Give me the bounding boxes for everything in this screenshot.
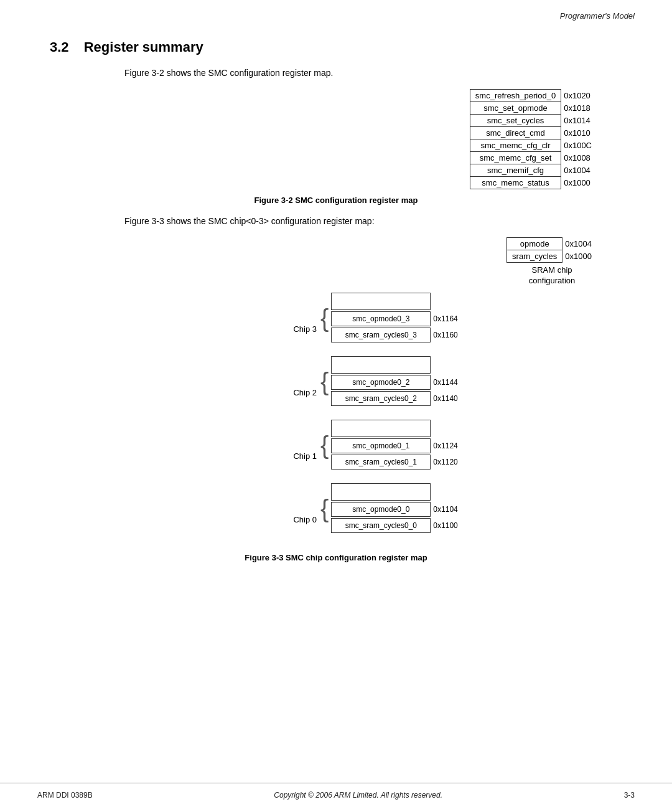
chip-register-row: smc_opmode0_00x1104 (331, 502, 457, 517)
register-name: smc_memc_status (470, 177, 561, 189)
chip-register-row: smc_sram_cycles0_00x1100 (331, 518, 457, 533)
table-row: smc_refresh_period_00x1020 (470, 90, 597, 102)
chip-register-addr: 0x1144 (431, 378, 457, 387)
chip-register-addr: 0x1160 (431, 331, 457, 339)
chip-register-name: smc_opmode0_1 (331, 438, 431, 453)
chip-register-addr: 0x1104 (431, 505, 457, 514)
chip-empty-row (331, 356, 457, 374)
chip-brace: { (320, 293, 329, 344)
chip-register-row: smc_sram_cycles0_10x1120 (331, 455, 457, 470)
table-row: opmode0x1004 (507, 238, 597, 250)
footer-right: 3-3 (624, 791, 635, 800)
chip-register-name: smc_sram_cycles0_3 (331, 328, 431, 342)
register-addr: 0x1000 (561, 177, 597, 189)
chip-register-row: smc_sram_cycles0_30x1160 (331, 328, 457, 342)
chip-register-addr: 0x1124 (431, 441, 457, 450)
register-addr: 0x1018 (561, 102, 597, 115)
chip-label: Chip 1 (286, 451, 320, 461)
register-name: smc_set_cycles (470, 115, 561, 127)
table-row: smc_direct_cmd0x1010 (470, 127, 597, 139)
register-addr: 0x1008 (561, 152, 597, 164)
chip-brace: { (320, 420, 329, 471)
chip-empty-cell (331, 293, 431, 310)
chip-empty-row (331, 420, 457, 437)
sram-reg-addr: 0x1004 (562, 238, 597, 250)
table-row: smc_memc_status0x1000 (470, 177, 597, 189)
footer-left: ARM DDI 0389B (37, 791, 93, 800)
chip-register-name: smc_sram_cycles0_2 (331, 391, 431, 406)
register-addr: 0x1010 (561, 127, 597, 139)
register-addr: 0x100C (561, 139, 597, 152)
fig2-caption: Figure 3-2 SMC configuration register ma… (50, 196, 622, 205)
chip-empty-cell (331, 420, 431, 437)
chip-rows: smc_opmode0_00x1104smc_sram_cycles0_00x1… (331, 483, 457, 534)
fig3-caption: Figure 3-3 SMC chip configuration regist… (50, 553, 622, 562)
section-number: 3.2 (50, 39, 69, 55)
chip-group: Chip 1{smc_opmode0_10x1124smc_sram_cycle… (286, 420, 458, 471)
footer-center: Copyright © 2006 ARM Limited. All rights… (274, 791, 442, 800)
chip-group: Chip 2{smc_opmode0_20x1144smc_sram_cycle… (286, 356, 458, 407)
fig2-register-map: smc_refresh_period_00x1020smc_set_opmode… (50, 89, 622, 189)
chip-register-name: smc_sram_cycles0_0 (331, 518, 431, 533)
fig2-intro: Figure 3-2 shows the SMC configuration r… (50, 68, 622, 78)
register-name: smc_memc_cfg_set (470, 152, 561, 164)
register-name: smc_refresh_period_0 (470, 90, 561, 102)
sram-reg-name: sram_cycles (507, 250, 562, 263)
table-row: smc_memc_cfg_set0x1008 (470, 152, 597, 164)
chip-label: Chip 0 (286, 515, 320, 524)
register-name: smc_set_opmode (470, 102, 561, 115)
fig3-sram-wrapper: opmode0x1004sram_cycles0x1000 SRAM chip … (506, 237, 597, 286)
chip-rows: smc_opmode0_30x1164smc_sram_cycles0_30x1… (331, 293, 457, 344)
chip-empty-cell (331, 483, 431, 501)
register-addr: 0x1020 (561, 90, 597, 102)
main-content: 3.2 Register summary Figure 3-2 shows th… (0, 27, 672, 783)
chip-register-addr: 0x1140 (431, 394, 457, 403)
header-text: Programmer's Model (560, 11, 635, 21)
chip-group: Chip 3{smc_opmode0_30x1164smc_sram_cycle… (286, 293, 458, 344)
chip-rows: smc_opmode0_20x1144smc_sram_cycles0_20x1… (331, 356, 457, 407)
register-addr: 0x1014 (561, 115, 597, 127)
chip-label: Chip 3 (286, 324, 320, 334)
fig3-sram-table: opmode0x1004sram_cycles0x1000 (506, 237, 597, 263)
sram-reg-name: opmode (507, 238, 562, 250)
register-addr: 0x1004 (561, 164, 597, 177)
table-row: smc_set_cycles0x1014 (470, 115, 597, 127)
chip-register-name: smc_opmode0_3 (331, 311, 431, 326)
register-name: smc_memif_cfg (470, 164, 561, 177)
chip-register-addr: 0x1164 (431, 314, 457, 323)
chip-brace: { (320, 483, 329, 534)
chip-group: Chip 0{smc_opmode0_00x1104smc_sram_cycle… (286, 483, 458, 534)
chip-register-name: smc_sram_cycles0_1 (331, 455, 431, 470)
table-row: sram_cycles0x1000 (507, 250, 597, 263)
page-header: Programmer's Model (0, 0, 672, 27)
section-title: 3.2 Register summary (50, 39, 622, 55)
chip-label: Chip 2 (286, 388, 320, 397)
fig2-table-wrapper: smc_refresh_period_00x1020smc_set_opmode… (470, 89, 597, 189)
page-footer: ARM DDI 0389B Copyright © 2006 ARM Limit… (0, 783, 672, 807)
chip-register-row: smc_opmode0_20x1144 (331, 375, 457, 390)
chip-empty-cell (331, 356, 431, 374)
chip-register-row: smc_sram_cycles0_20x1140 (331, 391, 457, 406)
chip-rows: smc_opmode0_10x1124smc_sram_cycles0_10x1… (331, 420, 457, 471)
fig3-intro: Figure 3-3 shows the SMC chip<0-3> confi… (50, 216, 622, 226)
chip-diagram: Chip 3{smc_opmode0_30x1164smc_sram_cycle… (286, 293, 597, 547)
fig3-sram-map: opmode0x1004sram_cycles0x1000 SRAM chip … (50, 237, 622, 286)
chip-register-row: smc_opmode0_10x1124 (331, 438, 457, 453)
chip-empty-row (331, 483, 457, 501)
chip-brace: { (320, 356, 329, 407)
table-row: smc_memc_cfg_clr0x100C (470, 139, 597, 152)
chip-register-addr: 0x1120 (431, 458, 457, 466)
register-name: smc_direct_cmd (470, 127, 561, 139)
sram-reg-addr: 0x1000 (562, 250, 597, 263)
register-name: smc_memc_cfg_clr (470, 139, 561, 152)
sram-label: SRAM chip configuration (506, 265, 597, 286)
chip-register-row: smc_opmode0_30x1164 (331, 311, 457, 326)
section-title-text: Register summary (84, 39, 203, 55)
chip-diagram-wrapper: Chip 3{smc_opmode0_30x1164smc_sram_cycle… (50, 293, 622, 547)
table-row: smc_memif_cfg0x1004 (470, 164, 597, 177)
fig2-table: smc_refresh_period_00x1020smc_set_opmode… (470, 89, 597, 189)
chip-empty-row (331, 293, 457, 310)
table-row: smc_set_opmode0x1018 (470, 102, 597, 115)
chip-register-addr: 0x1100 (431, 521, 457, 530)
page-container: Programmer's Model 3.2 Register summary … (0, 0, 672, 807)
